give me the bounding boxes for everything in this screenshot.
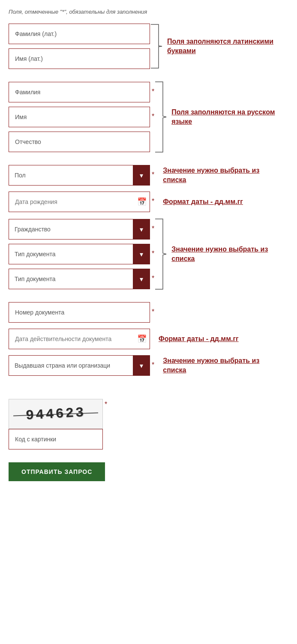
- captcha-input-wrapper: [9, 429, 103, 449]
- issuing-country-row: Выдавшая страна или организаци * Значени…: [9, 355, 288, 376]
- citizenship-select[interactable]: [9, 219, 150, 240]
- gender-annotation: Значение нужно выбрать из списка: [163, 166, 274, 185]
- issuing-country-required: *: [152, 361, 154, 369]
- captcha-section: 944623 *: [9, 399, 288, 449]
- gender-row: Мужской Женский Пол * Значение нужно выб…: [9, 165, 288, 186]
- latin-brace: [150, 24, 163, 69]
- last-name-lat-wrapper: [9, 24, 150, 44]
- doc-number-row: *: [9, 302, 288, 323]
- submit-button[interactable]: ОТПРАВИТЬ ЗАПРОС: [9, 462, 105, 481]
- doc-number-input[interactable]: [9, 302, 150, 323]
- first-name-lat-wrapper: [9, 48, 150, 69]
- latin-annotation: Поля заполняются латинскими буквами: [167, 37, 279, 56]
- doc-number-required: *: [152, 308, 154, 316]
- captcha-image: 944623: [9, 399, 103, 429]
- citizenship-select-wrapper: Гражданство: [9, 219, 150, 240]
- doc-type-1-select[interactable]: [9, 244, 150, 264]
- latin-fields-group: Поля заполняются латинскими буквами: [9, 24, 288, 69]
- issuing-country-wrapper: Выдавшая страна или организаци: [9, 355, 150, 376]
- last-name-lat-input[interactable]: [9, 24, 150, 44]
- first-name-lat-input[interactable]: [9, 48, 150, 69]
- form-hint: Поля, отмеченные "*", обязательны для за…: [9, 9, 288, 15]
- doc-brace: [154, 218, 167, 290]
- russian-brace: [154, 81, 167, 153]
- last-name-ru-wrapper: [9, 82, 150, 102]
- birth-date-input[interactable]: [9, 192, 150, 212]
- russian-fields-group: * * Поля заполняются на русском языке: [9, 81, 288, 153]
- doc-type-1-wrapper: Тип документа: [9, 244, 150, 264]
- gender-select[interactable]: Мужской Женский: [9, 165, 150, 186]
- issuing-country-annotation: Значение нужно выбрать из списка: [163, 356, 274, 375]
- gender-select-wrapper: Мужской Женский Пол: [9, 165, 150, 186]
- doc-fields-group: Гражданство * Тип документа * Тип докуме…: [9, 218, 288, 290]
- captcha-input[interactable]: [9, 429, 103, 449]
- doc-validity-annotation: Формат даты - дд.мм.гг: [159, 334, 239, 344]
- doc-validity-row: 📅 Формат даты - дд.мм.гг: [9, 329, 288, 349]
- doc-number-wrapper: [9, 302, 150, 323]
- patronymic-input[interactable]: [9, 132, 150, 152]
- captcha-required: *: [105, 401, 107, 408]
- birth-date-row: 📅 * Формат даты - дд.мм.гг: [9, 192, 288, 212]
- birth-date-annotation: Формат даты - дд.мм.гг: [163, 197, 243, 207]
- first-name-ru-wrapper: [9, 107, 150, 127]
- last-name-ru-input[interactable]: [9, 82, 150, 102]
- doc-annotation: Значение нужно выбрать из списка: [171, 245, 283, 264]
- issuing-country-select[interactable]: [9, 355, 150, 376]
- captcha-display: 944623: [26, 404, 86, 423]
- doc-validity-wrapper: 📅: [9, 329, 150, 349]
- doc-type-2-wrapper: Тип документа: [9, 269, 150, 289]
- gender-required: *: [152, 171, 154, 179]
- russian-annotation: Поля заполняются на русском языке: [171, 108, 283, 127]
- birth-date-wrapper: 📅: [9, 192, 150, 212]
- first-name-ru-input[interactable]: [9, 107, 150, 127]
- doc-validity-input[interactable]: [9, 329, 150, 349]
- doc-type-2-select[interactable]: [9, 269, 150, 289]
- patronymic-wrapper: [9, 132, 150, 152]
- birth-date-required: *: [152, 198, 154, 205]
